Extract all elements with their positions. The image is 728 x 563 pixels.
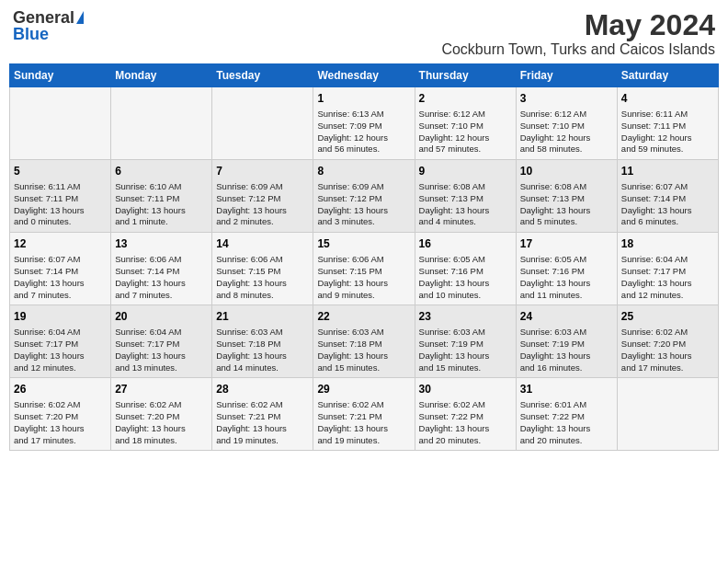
day-info: Sunrise: 6:08 AM Sunset: 7:13 PM Dayligh… [419,181,512,228]
calendar-title: May 2024 [441,9,715,41]
col-thursday: Thursday [415,64,516,87]
calendar-cell: 10Sunrise: 6:08 AM Sunset: 7:13 PM Dayli… [516,160,617,233]
day-info: Sunrise: 6:02 AM Sunset: 7:20 PM Dayligh… [621,327,714,373]
day-number: 14 [216,236,309,252]
day-info: Sunrise: 6:11 AM Sunset: 7:11 PM Dayligh… [14,181,107,228]
day-info: Sunrise: 6:06 AM Sunset: 7:15 PM Dayligh… [317,254,410,301]
col-wednesday: Wednesday [313,64,415,87]
title-block: May 2024 Cockburn Town, Turks and Caicos… [441,9,715,58]
calendar-cell: 6Sunrise: 6:10 AM Sunset: 7:11 PM Daylig… [111,160,212,233]
calendar-cell: 1Sunrise: 6:13 AM Sunset: 7:09 PM Daylig… [313,87,415,160]
calendar-table: Sunday Monday Tuesday Wednesday Thursday… [9,63,719,451]
calendar-cell: 7Sunrise: 6:09 AM Sunset: 7:12 PM Daylig… [212,160,313,233]
day-info: Sunrise: 6:02 AM Sunset: 7:22 PM Dayligh… [419,399,512,446]
calendar-cell: 2Sunrise: 6:12 AM Sunset: 7:10 PM Daylig… [415,87,516,160]
day-info: Sunrise: 6:12 AM Sunset: 7:10 PM Dayligh… [520,109,613,155]
page-header: General Blue May 2024 Cockburn Town, Tur… [9,9,719,58]
day-info: Sunrise: 6:09 AM Sunset: 7:12 PM Dayligh… [216,181,309,228]
col-monday: Monday [111,64,212,87]
col-sunday: Sunday [10,64,111,87]
calendar-cell [10,87,111,160]
day-number: 17 [520,236,613,252]
day-number: 28 [216,382,309,397]
week-row-5: 26Sunrise: 6:02 AM Sunset: 7:20 PM Dayli… [10,378,719,451]
day-info: Sunrise: 6:07 AM Sunset: 7:14 PM Dayligh… [14,254,107,301]
calendar-cell: 13Sunrise: 6:06 AM Sunset: 7:14 PM Dayli… [111,233,212,305]
day-number: 2 [419,91,512,107]
day-info: Sunrise: 6:02 AM Sunset: 7:21 PM Dayligh… [317,399,410,446]
calendar-cell: 19Sunrise: 6:04 AM Sunset: 7:17 PM Dayli… [10,305,111,378]
day-number: 23 [419,309,512,325]
calendar-cell [111,87,212,160]
day-number: 26 [14,382,107,397]
day-info: Sunrise: 6:04 AM Sunset: 7:17 PM Dayligh… [14,327,107,373]
calendar-cell: 22Sunrise: 6:03 AM Sunset: 7:18 PM Dayli… [313,305,415,378]
day-info: Sunrise: 6:03 AM Sunset: 7:18 PM Dayligh… [317,327,410,373]
calendar-cell: 14Sunrise: 6:06 AM Sunset: 7:15 PM Dayli… [212,233,313,305]
day-info: Sunrise: 6:06 AM Sunset: 7:15 PM Dayligh… [216,254,309,301]
day-info: Sunrise: 6:12 AM Sunset: 7:10 PM Dayligh… [419,109,512,155]
calendar-cell: 18Sunrise: 6:04 AM Sunset: 7:17 PM Dayli… [617,233,718,305]
day-info: Sunrise: 6:13 AM Sunset: 7:09 PM Dayligh… [317,109,410,155]
day-info: Sunrise: 6:05 AM Sunset: 7:16 PM Dayligh… [419,254,512,301]
calendar-cell: 16Sunrise: 6:05 AM Sunset: 7:16 PM Dayli… [415,233,516,305]
day-number: 5 [14,164,107,179]
day-info: Sunrise: 6:02 AM Sunset: 7:20 PM Dayligh… [115,399,208,446]
calendar-cell: 9Sunrise: 6:08 AM Sunset: 7:13 PM Daylig… [415,160,516,233]
day-info: Sunrise: 6:02 AM Sunset: 7:21 PM Dayligh… [216,399,309,446]
day-info: Sunrise: 6:03 AM Sunset: 7:19 PM Dayligh… [520,327,613,373]
day-number: 15 [317,236,410,252]
day-number: 9 [419,164,512,179]
day-number: 27 [115,382,208,397]
calendar-cell: 25Sunrise: 6:02 AM Sunset: 7:20 PM Dayli… [617,305,718,378]
calendar-cell [212,87,313,160]
calendar-cell: 5Sunrise: 6:11 AM Sunset: 7:11 PM Daylig… [10,160,111,233]
calendar-cell: 11Sunrise: 6:07 AM Sunset: 7:14 PM Dayli… [617,160,718,233]
day-info: Sunrise: 6:01 AM Sunset: 7:22 PM Dayligh… [520,399,613,446]
day-info: Sunrise: 6:11 AM Sunset: 7:11 PM Dayligh… [621,109,714,155]
calendar-cell [617,378,718,451]
week-row-2: 5Sunrise: 6:11 AM Sunset: 7:11 PM Daylig… [10,160,719,233]
col-saturday: Saturday [617,64,718,87]
day-number: 11 [621,164,714,179]
day-number: 4 [621,91,714,107]
day-info: Sunrise: 6:07 AM Sunset: 7:14 PM Dayligh… [621,181,714,228]
calendar-cell: 27Sunrise: 6:02 AM Sunset: 7:20 PM Dayli… [111,378,212,451]
day-number: 30 [419,382,512,397]
calendar-subtitle: Cockburn Town, Turks and Caicos Islands [441,41,715,58]
calendar-cell: 4Sunrise: 6:11 AM Sunset: 7:11 PM Daylig… [617,87,718,160]
logo-general-text: General [13,9,74,26]
day-number: 12 [14,236,107,252]
day-number: 8 [317,164,410,179]
day-info: Sunrise: 6:04 AM Sunset: 7:17 PM Dayligh… [621,254,714,301]
day-number: 1 [317,91,410,107]
day-info: Sunrise: 6:05 AM Sunset: 7:16 PM Dayligh… [520,254,613,301]
day-info: Sunrise: 6:03 AM Sunset: 7:19 PM Dayligh… [419,327,512,373]
calendar-cell: 26Sunrise: 6:02 AM Sunset: 7:20 PM Dayli… [10,378,111,451]
day-number: 31 [520,382,613,397]
day-info: Sunrise: 6:03 AM Sunset: 7:18 PM Dayligh… [216,327,309,373]
calendar-cell: 17Sunrise: 6:05 AM Sunset: 7:16 PM Dayli… [516,233,617,305]
calendar-cell: 8Sunrise: 6:09 AM Sunset: 7:12 PM Daylig… [313,160,415,233]
day-number: 19 [14,309,107,325]
day-number: 29 [317,382,410,397]
col-tuesday: Tuesday [212,64,313,87]
calendar-cell: 31Sunrise: 6:01 AM Sunset: 7:22 PM Dayli… [516,378,617,451]
day-number: 18 [621,236,714,252]
day-number: 24 [520,309,613,325]
day-info: Sunrise: 6:02 AM Sunset: 7:20 PM Dayligh… [14,399,107,446]
week-row-3: 12Sunrise: 6:07 AM Sunset: 7:14 PM Dayli… [10,233,719,305]
day-number: 10 [520,164,613,179]
day-number: 20 [115,309,208,325]
calendar-cell: 12Sunrise: 6:07 AM Sunset: 7:14 PM Dayli… [10,233,111,305]
day-number: 25 [621,309,714,325]
day-info: Sunrise: 6:04 AM Sunset: 7:17 PM Dayligh… [115,327,208,373]
calendar-header-row: Sunday Monday Tuesday Wednesday Thursday… [10,64,719,87]
week-row-4: 19Sunrise: 6:04 AM Sunset: 7:17 PM Dayli… [10,305,719,378]
calendar-cell: 28Sunrise: 6:02 AM Sunset: 7:21 PM Dayli… [212,378,313,451]
day-number: 21 [216,309,309,325]
day-info: Sunrise: 6:09 AM Sunset: 7:12 PM Dayligh… [317,181,410,228]
day-info: Sunrise: 6:06 AM Sunset: 7:14 PM Dayligh… [115,254,208,301]
calendar-cell: 29Sunrise: 6:02 AM Sunset: 7:21 PM Dayli… [313,378,415,451]
day-number: 3 [520,91,613,107]
